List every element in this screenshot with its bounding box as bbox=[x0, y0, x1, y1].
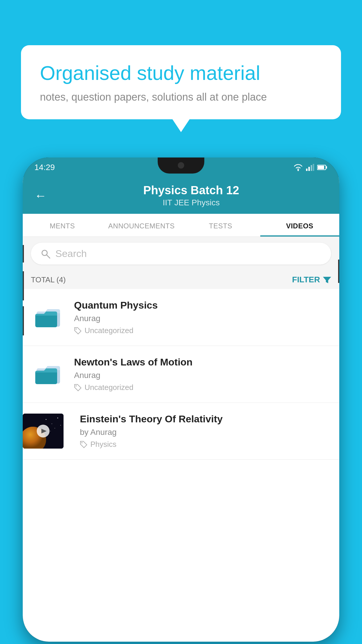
search-bar: Search bbox=[23, 237, 339, 270]
tag-text: Uncategorized bbox=[85, 326, 133, 335]
svg-point-20 bbox=[46, 419, 47, 420]
list-item[interactable]: Newton's Laws of Motion Anurag Uncategor… bbox=[23, 346, 339, 403]
tab-videos[interactable]: VIDEOS bbox=[260, 214, 340, 237]
back-button[interactable]: ← bbox=[34, 189, 47, 203]
video-title: Newton's Laws of Motion bbox=[74, 356, 331, 368]
phone-volume-down-button bbox=[23, 271, 24, 300]
phone-power-button bbox=[338, 260, 339, 283]
tag-icon bbox=[80, 441, 87, 448]
total-count: TOTAL (4) bbox=[31, 275, 66, 284]
tag-text: Uncategorized bbox=[85, 383, 133, 392]
header-subtitle: IIT JEE Physics bbox=[55, 198, 328, 207]
tab-ments[interactable]: MENTS bbox=[23, 214, 102, 237]
svg-point-25 bbox=[60, 425, 61, 426]
status-icons bbox=[293, 164, 328, 171]
tab-bar: MENTS ANNOUNCEMENTS TESTS VIDEOS bbox=[23, 214, 339, 237]
folder-icon-wrap bbox=[31, 360, 66, 389]
speech-bubble: Organised study material notes, question… bbox=[21, 45, 341, 119]
video-tag: Uncategorized bbox=[74, 383, 331, 392]
tab-announcements[interactable]: ANNOUNCEMENTS bbox=[102, 214, 181, 237]
svg-rect-1 bbox=[306, 169, 307, 171]
list-item[interactable]: Einstein's Theory Of Relativity by Anura… bbox=[23, 403, 339, 460]
folder-icon-wrap bbox=[31, 303, 66, 332]
thumbnail-bg bbox=[23, 414, 64, 449]
svg-rect-2 bbox=[308, 167, 310, 171]
filter-bar: TOTAL (4) FILTER bbox=[23, 270, 339, 289]
video-info: Einstein's Theory Of Relativity by Anura… bbox=[72, 403, 339, 459]
speech-bubble-title: Organised study material bbox=[40, 61, 322, 85]
app-header: ← Physics Batch 12 IIT JEE Physics bbox=[23, 177, 339, 214]
svg-rect-4 bbox=[313, 164, 314, 171]
tag-text: Physics bbox=[90, 440, 117, 449]
svg-point-24 bbox=[50, 431, 51, 431]
video-tag: Physics bbox=[80, 440, 331, 449]
folder-icon bbox=[35, 363, 61, 386]
svg-rect-12 bbox=[35, 314, 57, 327]
tag-icon bbox=[74, 384, 82, 391]
svg-point-16 bbox=[75, 385, 77, 386]
space-bg bbox=[23, 414, 64, 449]
phone-silent-button bbox=[23, 306, 24, 335]
video-thumbnail bbox=[23, 414, 64, 449]
tag-icon bbox=[74, 327, 82, 335]
svg-point-23 bbox=[55, 428, 55, 428]
svg-point-21 bbox=[52, 424, 52, 424]
svg-point-13 bbox=[75, 328, 77, 330]
phone-screen: ← Physics Batch 12 IIT JEE Physics MENTS… bbox=[23, 177, 339, 642]
video-author: Anurag bbox=[74, 371, 331, 380]
video-list: Quantum Physics Anurag Uncategorized bbox=[23, 289, 339, 460]
svg-rect-7 bbox=[326, 166, 327, 169]
camera-dot bbox=[178, 162, 184, 169]
svg-point-0 bbox=[298, 170, 299, 171]
svg-marker-10 bbox=[323, 277, 331, 283]
signal-icon bbox=[306, 164, 314, 171]
status-time: 14:29 bbox=[34, 163, 55, 172]
svg-rect-6 bbox=[318, 166, 324, 169]
header-text: Physics Batch 12 IIT JEE Physics bbox=[55, 184, 328, 207]
phone-frame: 14:29 ← bbox=[23, 158, 339, 642]
svg-point-28 bbox=[81, 442, 82, 443]
video-title: Quantum Physics bbox=[74, 300, 331, 311]
list-item[interactable]: Quantum Physics Anurag Uncategorized bbox=[23, 289, 339, 346]
video-author: Anurag bbox=[74, 314, 331, 323]
svg-point-22 bbox=[57, 418, 58, 419]
battery-icon bbox=[317, 164, 328, 170]
filter-button[interactable]: FILTER bbox=[292, 275, 331, 284]
status-bar: 14:29 bbox=[23, 158, 339, 177]
folder-icon bbox=[35, 306, 61, 329]
header-title: Physics Batch 12 bbox=[55, 184, 328, 197]
video-author: by Anurag bbox=[80, 428, 331, 437]
speech-bubble-subtitle: notes, question papers, solutions all at… bbox=[40, 91, 322, 103]
svg-rect-3 bbox=[311, 165, 312, 171]
wifi-icon bbox=[293, 164, 303, 171]
video-title: Einstein's Theory Of Relativity bbox=[80, 413, 331, 425]
tab-tests[interactable]: TESTS bbox=[181, 214, 260, 237]
svg-line-9 bbox=[47, 255, 50, 258]
video-info: Newton's Laws of Motion Anurag Uncategor… bbox=[74, 356, 331, 392]
video-info: Quantum Physics Anurag Uncategorized bbox=[74, 300, 331, 335]
search-icon bbox=[40, 249, 51, 259]
search-input-wrapper[interactable]: Search bbox=[31, 243, 331, 265]
search-placeholder: Search bbox=[55, 248, 87, 259]
filter-icon bbox=[323, 276, 331, 284]
phone-volume-up-button bbox=[23, 245, 24, 262]
video-tag: Uncategorized bbox=[74, 326, 331, 335]
svg-rect-15 bbox=[35, 371, 57, 384]
